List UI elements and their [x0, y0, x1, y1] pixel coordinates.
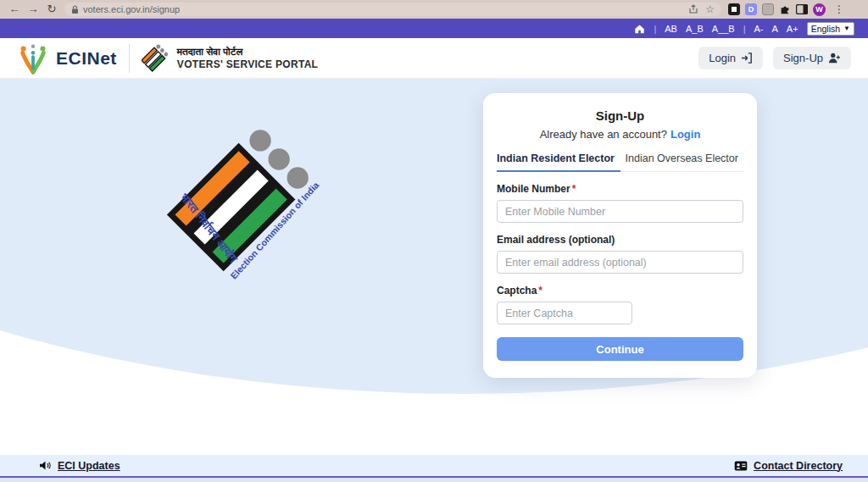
bookmark-star-icon[interactable]: ☆	[705, 3, 715, 15]
label-text: Captcha	[497, 285, 537, 296]
language-value: English	[811, 24, 840, 34]
contrast-option-ab[interactable]: AB	[665, 24, 677, 34]
font-normal[interactable]: A	[772, 24, 778, 34]
have-account-text: Already have an account?	[540, 128, 667, 141]
mobile-number-field: Mobile Number*	[497, 183, 743, 223]
font-increase[interactable]: A+	[787, 24, 798, 34]
tab-indian-overseas-elector[interactable]: Indian Overseas Elector	[620, 152, 744, 171]
language-select[interactable]: English ▼	[807, 22, 854, 36]
mobile-number-input[interactable]	[497, 200, 743, 223]
person-add-icon	[828, 53, 841, 64]
site-header: ECINet मतदाता सेवा पोर्टल VOTERS' SERVIC…	[0, 38, 868, 79]
divider	[129, 44, 130, 73]
signup-card: Sign-Up Already have an account?Login In…	[483, 93, 757, 378]
share-icon[interactable]	[688, 4, 698, 14]
captcha-input[interactable]	[497, 302, 632, 324]
contrast-option-a--b[interactable]: A__B	[712, 24, 735, 34]
extensions-row: D W ⋮	[728, 3, 844, 16]
extension-icon[interactable]	[728, 3, 740, 15]
lock-icon	[71, 5, 79, 14]
eci-watermark-logo: भारत निर्वाचन आयोग Election Commission o…	[157, 130, 322, 291]
address-bar[interactable]: voters.eci.gov.in/signup ☆	[64, 3, 721, 16]
ecinet-logo-icon	[17, 42, 49, 75]
captcha-label: Captcha*	[497, 285, 743, 296]
speaker-icon	[39, 460, 52, 471]
page-footer: ECI Updates Contact Directory	[0, 455, 868, 476]
home-icon[interactable]	[634, 24, 645, 34]
login-button-label: Login	[709, 52, 736, 64]
back-icon[interactable]: ←	[5, 0, 24, 19]
bottom-strip	[0, 478, 868, 482]
portal-title-block: मतदाता सेवा पोर्टल VOTERS' SERVICE PORTA…	[142, 44, 318, 73]
chevron-down-icon: ▼	[843, 25, 850, 32]
puzzle-extensions-icon[interactable]	[779, 3, 791, 15]
signup-button[interactable]: Sign-Up	[773, 47, 851, 69]
eci-updates-link[interactable]: ECI Updates	[39, 460, 120, 472]
required-marker: *	[572, 183, 576, 195]
header-actions: Login Sign-Up	[698, 47, 851, 69]
contact-directory-label: Contact Directory	[754, 460, 843, 472]
portal-title-hindi: मतदाता सेवा पोर्टल	[177, 46, 318, 58]
browser-menu-icon[interactable]: ⋮	[834, 3, 844, 15]
separator: |	[743, 24, 746, 34]
main-content: भारत निर्वाचन आयोग Election Commission o…	[0, 79, 868, 455]
elector-tabs: Indian Resident Elector Indian Overseas …	[497, 152, 743, 172]
eci-updates-label: ECI Updates	[58, 460, 120, 472]
continue-button[interactable]: Continue	[497, 337, 743, 361]
email-input[interactable]	[497, 251, 743, 274]
email-label: Email address (optional)	[497, 234, 743, 246]
screenshot-extension-icon[interactable]	[762, 3, 774, 15]
separator: |	[654, 24, 656, 34]
tab-indian-resident-elector[interactable]: Indian Resident Elector	[497, 152, 620, 172]
browser-toolbar: ← → ↻ voters.eci.gov.in/signup ☆ D W ⋮	[0, 0, 868, 19]
reload-icon[interactable]: ↻	[42, 0, 61, 19]
brand-name: ECINet	[56, 48, 117, 69]
contact-card-icon	[734, 461, 748, 471]
side-panel-icon[interactable]	[796, 4, 808, 14]
forward-icon[interactable]: →	[24, 0, 42, 19]
required-marker: *	[538, 285, 542, 296]
card-title: Sign-Up	[497, 108, 743, 123]
eci-mini-logo	[142, 44, 170, 73]
login-icon	[741, 53, 753, 64]
profile-avatar[interactable]: W	[813, 3, 826, 16]
contrast-option-a-b[interactable]: A_B	[686, 24, 704, 34]
signup-button-label: Sign-Up	[783, 52, 823, 64]
url-text: voters.eci.gov.in/signup	[83, 4, 682, 14]
email-field: Email address (optional)	[497, 234, 743, 274]
mobile-number-label: Mobile Number*	[497, 183, 743, 195]
label-text: Email address (optional)	[497, 234, 615, 246]
label-text: Mobile Number	[497, 183, 570, 195]
accessibility-bar: | AB A_B A__B | A- A A+ English ▼	[0, 19, 868, 38]
card-subtitle: Already have an account?Login	[497, 128, 743, 141]
contact-directory-link[interactable]: Contact Directory	[734, 460, 843, 472]
login-button[interactable]: Login	[698, 47, 763, 69]
captcha-field: Captcha*	[497, 285, 743, 324]
extension-d-icon[interactable]: D	[745, 3, 757, 15]
login-link[interactable]: Login	[670, 128, 700, 141]
portal-title-english: VOTERS' SERVICE PORTAL	[177, 58, 318, 71]
font-decrease[interactable]: A-	[754, 24, 764, 34]
ecinet-brand: ECINet	[17, 42, 117, 75]
